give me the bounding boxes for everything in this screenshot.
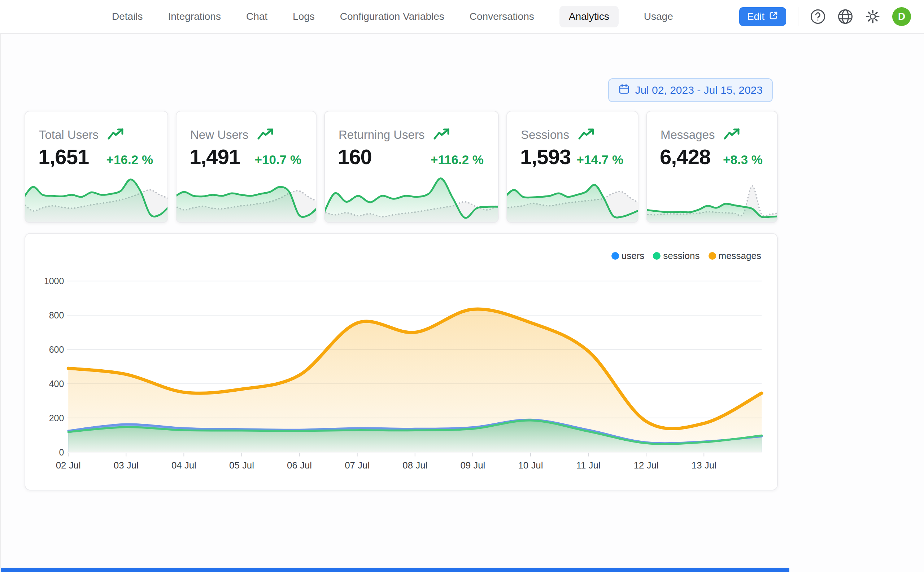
stat-card-label: Returning Users — [338, 128, 424, 142]
tab-chat[interactable]: Chat — [246, 6, 268, 27]
tab-logs[interactable]: Logs — [293, 6, 315, 27]
external-link-icon — [769, 11, 778, 23]
stat-card-label: Total Users — [39, 128, 98, 142]
tab-configuration-variables[interactable]: Configuration Variables — [340, 6, 444, 27]
legend-dot-messages — [709, 252, 716, 260]
tab-integrations[interactable]: Integrations — [168, 6, 221, 27]
date-range-label: Jul 02, 2023 - Jul 15, 2023 — [635, 84, 763, 96]
stat-card-messages[interactable]: Messages 6,428 +8.3 % — [646, 111, 778, 223]
legend-label: users — [622, 250, 645, 261]
legend-item-messages[interactable]: messages — [709, 250, 762, 261]
chart-legend: userssessionsmessages — [611, 250, 761, 261]
globe-icon[interactable] — [837, 9, 853, 25]
filter-row: Jul 02, 2023 - Jul 15, 2023 — [25, 34, 778, 102]
svg-text:03 Jul: 03 Jul — [114, 460, 139, 470]
date-range-picker[interactable]: Jul 02, 2023 - Jul 15, 2023 — [608, 78, 773, 102]
trend-up-icon — [723, 127, 741, 143]
stat-card-total-users[interactable]: Total Users 1,651 +16.2 % — [25, 111, 168, 223]
edit-button[interactable]: Edit — [739, 7, 786, 26]
legend-dot-sessions — [653, 252, 661, 260]
stat-card-change: +16.2 % — [106, 152, 153, 167]
tab-conversations[interactable]: Conversations — [470, 6, 534, 27]
svg-text:400: 400 — [49, 379, 64, 389]
svg-text:1000: 1000 — [44, 276, 64, 286]
svg-text:07 Jul: 07 Jul — [345, 460, 369, 470]
bottom-accent-bar — [1, 568, 789, 572]
trend-up-icon — [257, 127, 274, 143]
sparkline — [325, 168, 498, 222]
sparkline — [176, 168, 316, 222]
trend-up-icon — [433, 127, 450, 143]
stat-card-label: Messages — [661, 128, 715, 142]
svg-text:08 Jul: 08 Jul — [402, 460, 427, 470]
main-chart-svg[interactable]: 0200400600800100002 Jul03 Jul04 Jul05 Ju… — [25, 234, 777, 490]
edit-button-label: Edit — [747, 11, 765, 22]
calendar-icon — [618, 83, 630, 97]
svg-text:09 Jul: 09 Jul — [460, 460, 485, 470]
stat-card-change: +116.2 % — [431, 152, 484, 167]
trend-up-icon — [107, 127, 125, 143]
svg-text:11 Jul: 11 Jul — [577, 460, 601, 470]
user-avatar[interactable]: D — [892, 7, 911, 26]
help-icon[interactable] — [810, 9, 826, 25]
tab-analytics[interactable]: Analytics — [559, 6, 619, 27]
trend-up-icon — [578, 127, 595, 143]
nav-right-group: Edit — [739, 7, 911, 26]
stat-card-sessions[interactable]: Sessions 1,593 +14.7 % — [506, 111, 639, 223]
legend-label: sessions — [663, 250, 700, 261]
svg-text:13 Jul: 13 Jul — [692, 460, 717, 470]
nav-tabs: Details Integrations Chat Logs Configura… — [112, 6, 673, 27]
sparkline — [25, 168, 167, 222]
nav-divider — [798, 7, 798, 26]
stat-card-returning-users[interactable]: Returning Users 160 +116.2 % — [324, 111, 499, 223]
stat-card-value: 1,491 — [190, 145, 240, 169]
svg-text:800: 800 — [49, 311, 64, 320]
sparkline — [507, 168, 638, 222]
legend-item-sessions[interactable]: sessions — [653, 250, 700, 261]
stat-card-value: 160 — [338, 145, 372, 169]
stat-card-value: 6,428 — [660, 145, 711, 169]
stat-card-value: 1,651 — [38, 145, 89, 169]
top-navigation: Details Integrations Chat Logs Configura… — [0, 0, 924, 34]
stat-card-change: +14.7 % — [577, 152, 623, 167]
stat-card-new-users[interactable]: New Users 1,491 +10.7 % — [176, 111, 316, 223]
svg-text:10 Jul: 10 Jul — [518, 460, 543, 470]
stat-card-label: New Users — [190, 128, 248, 142]
tab-usage[interactable]: Usage — [644, 6, 673, 27]
legend-dot-users — [611, 252, 619, 260]
stat-card-label: Sessions — [521, 128, 569, 142]
stat-card-change: +10.7 % — [255, 152, 301, 167]
svg-text:06 Jul: 06 Jul — [287, 460, 312, 470]
svg-text:04 Jul: 04 Jul — [171, 460, 196, 470]
stat-card-change: +8.3 % — [723, 152, 763, 167]
svg-text:02 Jul: 02 Jul — [56, 460, 81, 470]
legend-item-users[interactable]: users — [611, 250, 645, 261]
timeseries-chart-card: 0200400600800100002 Jul03 Jul04 Jul05 Ju… — [25, 233, 778, 491]
svg-text:0: 0 — [59, 448, 64, 457]
svg-text:200: 200 — [49, 413, 64, 423]
svg-text:05 Jul: 05 Jul — [229, 460, 254, 470]
stat-cards-row: Total Users 1,651 +16.2 % New Users — [25, 111, 778, 223]
tab-details[interactable]: Details — [112, 6, 143, 27]
svg-text:12 Jul: 12 Jul — [634, 460, 659, 470]
analytics-page: Jul 02, 2023 - Jul 15, 2023 Total Users … — [0, 34, 924, 572]
sparkline — [647, 168, 777, 222]
stat-card-value: 1,593 — [520, 145, 571, 169]
svg-text:600: 600 — [49, 345, 64, 354]
legend-label: messages — [718, 250, 762, 261]
settings-gear-icon[interactable] — [865, 9, 881, 25]
